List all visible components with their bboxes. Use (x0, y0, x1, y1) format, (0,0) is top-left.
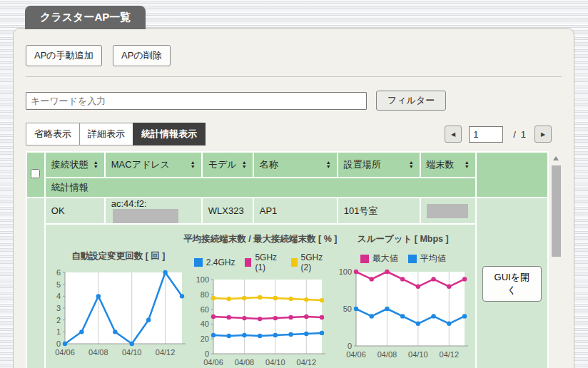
charts-cell: 自動設定変更回数 [ 回 ]654321004/0604/0804/1004/1… (46, 225, 475, 368)
sort-icon[interactable] (191, 160, 196, 169)
pagination: / 1 (445, 126, 552, 143)
scroll-up-icon[interactable] (553, 156, 559, 160)
open-gui-button[interactable]: GUIを開く (482, 266, 542, 302)
column-header-model: モデル (203, 153, 253, 177)
legend-item: 5GHz (1) (245, 252, 280, 272)
row-select-cell (27, 198, 44, 368)
add-ap-button[interactable]: APの手動追加 (26, 45, 102, 66)
page-title: クラスターAP一覧 (25, 6, 146, 29)
svg-text:0: 0 (205, 349, 209, 358)
svg-text:04/06: 04/06 (203, 358, 223, 367)
svg-text:04/10: 04/10 (122, 348, 142, 357)
tabs-row: 省略表示 詳細表示 統計情報表示 / 1 (26, 123, 562, 145)
svg-text:04/06: 04/06 (55, 348, 75, 357)
column-header-terminal-count: 端末数 (421, 153, 475, 177)
sort-icon[interactable] (242, 160, 247, 169)
page-background: クラスターAP一覧 APの手動追加 APの削除 フィルター 省略表示 詳細表示 … (0, 0, 588, 368)
svg-text:04/08: 04/08 (88, 348, 108, 357)
sort-icon[interactable] (326, 160, 331, 169)
svg-text:04/08: 04/08 (377, 350, 397, 359)
tab-detail-view[interactable]: 詳細表示 (79, 123, 133, 145)
divider (26, 76, 562, 77)
svg-text:1: 1 (56, 327, 61, 336)
legend-swatch-icon (194, 258, 203, 267)
filter-button[interactable]: フィルター (376, 91, 446, 111)
sort-icon[interactable] (465, 160, 470, 169)
svg-text:04/12: 04/12 (296, 358, 316, 367)
charts-row: 自動設定変更回数 [ 回 ]654321004/0604/0804/1004/1… (27, 225, 547, 368)
chart-legend: 2.4GHz5GHz (1)5GHz (2) (194, 252, 327, 272)
legend-label: 5GHz (2) (301, 252, 327, 272)
legend-item: 最大値 (360, 252, 398, 265)
chart-plot: 10050004/0604/0804/1004/12 (335, 267, 472, 362)
legend-item: 5GHz (2) (291, 252, 327, 272)
svg-text:6: 6 (56, 268, 61, 277)
sort-icon[interactable] (409, 160, 414, 169)
svg-text:3: 3 (56, 304, 61, 312)
select-all-cell (27, 153, 44, 197)
delete-ap-button[interactable]: APの削除 (113, 45, 171, 66)
cell-terminal-count (421, 198, 475, 223)
column-header-name: 名称 (254, 153, 337, 177)
scrollbar-thumb[interactable] (552, 165, 561, 257)
svg-text:4: 4 (56, 292, 61, 300)
svg-text:100: 100 (338, 267, 351, 276)
legend-item: 2.4GHz (194, 257, 235, 267)
prev-page-button[interactable] (445, 126, 462, 143)
svg-text:20: 20 (201, 334, 209, 343)
keyword-search-input[interactable] (26, 92, 367, 110)
svg-text:04/12: 04/12 (439, 350, 459, 359)
chart-throughput: スループット [ Mbps ]最大値平均値10050004/0604/0804/… (337, 225, 470, 368)
ap-table: 接続状態 MACアドレス モデル 名称 (26, 151, 549, 368)
svg-text:04/12: 04/12 (156, 348, 176, 357)
page-total: 1 (521, 129, 526, 140)
legend-label: 2.4GHz (206, 257, 235, 267)
chart-connected-terminals: 平均接続端末数 / 最大接続端末数 [ % ]2.4GHz5GHz (1)5GH… (194, 225, 327, 368)
table-row: OK ac:44:f2: WLX323 AP1 101号室 GUIを開く (27, 198, 547, 223)
svg-text:0: 0 (348, 342, 352, 350)
page-separator: / (513, 129, 516, 140)
cell-status: OK (46, 198, 104, 223)
legend-swatch-icon (291, 258, 298, 267)
tab-summary-view[interactable]: 省略表示 (26, 123, 80, 145)
svg-text:0: 0 (56, 339, 61, 348)
svg-text:04/10: 04/10 (265, 358, 285, 367)
cell-location: 101号室 (338, 198, 420, 223)
table-scrollbar[interactable] (550, 151, 562, 368)
svg-text:50: 50 (343, 305, 352, 313)
svg-text:100: 100 (196, 275, 208, 284)
tab-statistics-view[interactable]: 統計情報表示 (133, 123, 206, 145)
page-number-input[interactable] (469, 126, 503, 143)
view-tabs: 省略表示 詳細表示 統計情報表示 (26, 123, 205, 145)
chart-auto-config-changes: 自動設定変更回数 [ 回 ]654321004/0604/0804/1004/1… (50, 225, 187, 368)
cell-actions: GUIを開く (477, 198, 547, 368)
svg-text:04/08: 04/08 (234, 358, 254, 367)
legend-label: 平均値 (420, 252, 446, 265)
legend-swatch-icon (408, 255, 417, 263)
select-all-checkbox[interactable] (31, 169, 40, 178)
terminal-count-redacted (427, 204, 468, 218)
svg-text:40: 40 (201, 320, 209, 328)
chart-plot: 654321004/0604/0804/1004/12 (48, 268, 189, 359)
chart-title: スループット [ Mbps ] (358, 233, 449, 245)
cell-mac-address: ac:44:f2: (106, 198, 201, 223)
mac-address-redacted (113, 209, 178, 223)
chart-title: 平均接続端末数 / 最大接続端末数 [ % ] (183, 233, 337, 245)
chart-title: 自動設定変更回数 [ 回 ] (71, 250, 165, 262)
chart-legend: 最大値平均値 (360, 252, 446, 265)
chart-plot: 10080604020004/0604/0804/1004/12 (192, 275, 329, 368)
legend-label: 最大値 (372, 252, 398, 265)
sort-icon[interactable] (93, 160, 98, 169)
legend-swatch-icon (245, 258, 251, 267)
cluster-ap-panel: APの手動追加 APの削除 フィルター 省略表示 詳細表示 統計情報表示 / 1 (13, 28, 574, 368)
next-page-button[interactable] (534, 126, 552, 143)
svg-text:2: 2 (56, 316, 61, 324)
column-header-mac-address: MACアドレス (106, 153, 201, 177)
svg-text:80: 80 (201, 290, 209, 299)
column-header-actions (477, 153, 547, 197)
legend-item: 平均値 (408, 252, 446, 265)
stats-subheader: 統計情報 (46, 178, 475, 197)
svg-text:04/10: 04/10 (408, 350, 428, 359)
svg-text:04/06: 04/06 (346, 350, 366, 359)
column-header-status: 接続状態 (46, 153, 104, 177)
